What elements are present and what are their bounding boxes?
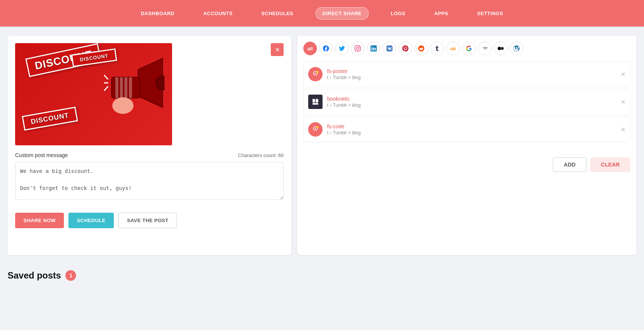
left-panel: DISCOUNT DISCOUNT (8, 36, 291, 255)
account-type: t › Tumblr > blog (327, 130, 625, 135)
tab-vk[interactable] (383, 42, 396, 55)
svg-rect-4 (124, 77, 127, 98)
tab-tumblr[interactable] (430, 42, 444, 55)
svg-rect-14 (313, 103, 318, 104)
nav-dashboard[interactable]: DASHBOARD (134, 8, 181, 19)
svg-rect-13 (316, 99, 318, 103)
account-list: fs-poster t › Tumblr > blog ✕ booknetic (303, 61, 630, 144)
tab-medium[interactable] (494, 42, 507, 55)
account-item: fs-code t › Tumblr > blog ✕ (303, 117, 630, 142)
saved-posts-header: Saved posts 1 (8, 270, 636, 281)
tab-odnoklassniki[interactable]: ok (446, 42, 460, 55)
post-message-header: Custom post message Characters count: 60 (15, 152, 284, 158)
right-panel: all (297, 36, 636, 255)
saved-posts-section: Saved posts 1 (0, 263, 644, 288)
main-content: DISCOUNT DISCOUNT (0, 28, 644, 263)
tab-google[interactable] (462, 42, 476, 55)
svg-line-8 (104, 75, 108, 79)
nav-direct-share[interactable]: DIRECT SHARE (315, 7, 369, 20)
nav-accounts[interactable]: ACCOUNTS (196, 8, 239, 19)
nav-apps[interactable]: APPS (427, 8, 455, 19)
account-type: t › Tumblr > blog (327, 103, 625, 108)
account-info: booknetic t › Tumblr > blog (327, 96, 625, 108)
account-name: booknetic (327, 96, 625, 102)
megaphone-icon (104, 54, 164, 123)
tab-instagram[interactable] (351, 42, 365, 55)
tab-wordpress[interactable] (510, 42, 523, 55)
remove-image-button[interactable]: ✕ (271, 43, 284, 56)
svg-rect-5 (129, 77, 132, 98)
save-post-button[interactable]: SAVE THE POST (118, 213, 177, 228)
remove-account-button[interactable]: ✕ (621, 126, 625, 133)
svg-point-11 (317, 71, 318, 73)
avatar (308, 122, 323, 137)
avatar (308, 95, 323, 109)
svg-rect-12 (313, 99, 315, 103)
account-item: booknetic t › Tumblr > blog ✕ (303, 89, 630, 115)
social-tabs: all (303, 42, 630, 55)
avatar (308, 67, 323, 81)
account-info: fs-poster t › Tumblr > blog (327, 68, 625, 80)
svg-point-6 (112, 97, 133, 114)
svg-rect-3 (120, 77, 123, 98)
account-name: fs-code (327, 123, 625, 129)
account-type: t › Tumblr > blog (327, 75, 625, 80)
account-item: fs-poster t › Tumblr > blog ✕ (303, 61, 630, 87)
action-buttons: SHARE NOW SCHEDULE SAVE THE POST (15, 213, 284, 228)
post-image-container: DISCOUNT DISCOUNT (15, 43, 284, 145)
add-button[interactable]: ADD (553, 157, 587, 172)
saved-posts-badge: 1 (65, 270, 76, 281)
panel-footer: ADD CLEAR (303, 151, 630, 172)
tab-gmb[interactable]: 🗺 (478, 42, 492, 55)
nav-logs[interactable]: LOGS (384, 8, 412, 19)
svg-line-10 (104, 87, 108, 90)
discount-stamp-3: DISCOUNT (22, 107, 78, 131)
saved-posts-title: Saved posts (8, 270, 61, 281)
tab-pinterest[interactable] (399, 42, 412, 55)
tab-linkedin[interactable] (367, 42, 380, 55)
characters-count: Characters count: 60 (238, 153, 284, 158)
nav-settings[interactable]: SETTINGS (470, 8, 510, 19)
svg-rect-2 (115, 77, 118, 98)
post-image: DISCOUNT DISCOUNT (15, 43, 172, 145)
tab-reddit[interactable] (414, 42, 428, 55)
remove-account-button[interactable]: ✕ (621, 71, 625, 78)
tab-twitter[interactable] (335, 42, 349, 55)
tumblr-icon: t (327, 75, 328, 80)
post-message-textarea[interactable]: We have a big discount. Don't forget to … (15, 162, 284, 200)
nav-schedules[interactable]: SCHEDULES (254, 8, 300, 19)
tab-facebook[interactable] (319, 42, 333, 55)
clear-button[interactable]: CLEAR (590, 157, 630, 172)
tab-all[interactable]: all (303, 42, 317, 55)
account-name: fs-poster (327, 68, 625, 74)
share-now-button[interactable]: SHARE NOW (15, 213, 64, 228)
post-message-label: Custom post message (15, 152, 68, 158)
navigation: DASHBOARD ACCOUNTS SCHEDULES DIRECT SHAR… (0, 0, 644, 26)
schedule-button[interactable]: SCHEDULE (68, 213, 114, 228)
svg-point-15 (317, 126, 318, 128)
remove-account-button[interactable]: ✕ (621, 98, 625, 106)
tumblr-icon: t (327, 130, 328, 135)
account-info: fs-code t › Tumblr > blog (327, 123, 625, 135)
tumblr-icon: t (327, 103, 328, 108)
